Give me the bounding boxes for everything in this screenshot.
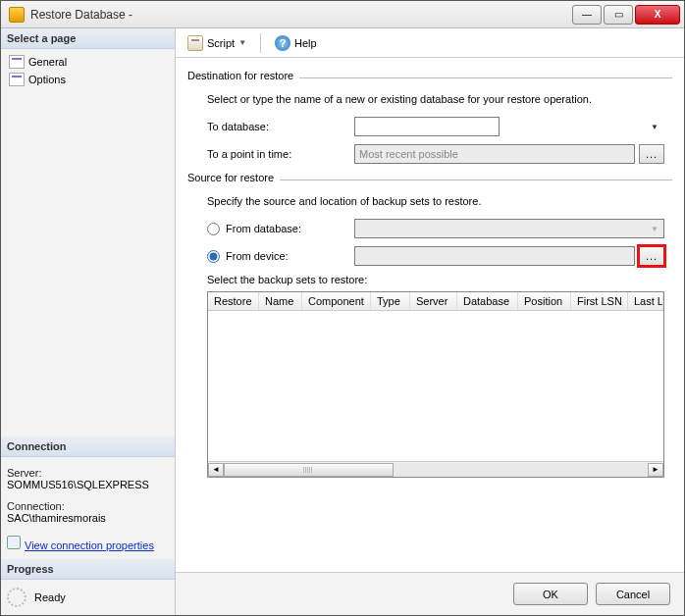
source-description: Specify the source and location of backu… bbox=[207, 195, 664, 207]
progress-status: Ready bbox=[34, 591, 66, 603]
from-device-browse-button[interactable]: ... bbox=[639, 246, 664, 266]
sidebar-item-label: Options bbox=[28, 74, 66, 85]
to-database-label: To database: bbox=[207, 121, 354, 132]
col-server[interactable]: Server bbox=[410, 292, 457, 310]
chevron-down-icon: ▼ bbox=[647, 221, 662, 236]
restore-database-dialog: Restore Database - — ▭ X Select a page G… bbox=[0, 0, 685, 616]
sidebar-item-label: General bbox=[28, 56, 67, 68]
grid-body bbox=[208, 311, 663, 461]
col-last-lsn[interactable]: Last LSN bbox=[628, 292, 663, 310]
cancel-button[interactable]: Cancel bbox=[596, 583, 670, 605]
toolbar: Script ▼ ? Help bbox=[176, 28, 684, 58]
sidebar-item-options[interactable]: Options bbox=[5, 71, 171, 88]
destination-legend: Destination for restore bbox=[187, 70, 293, 81]
connection-value: SAC\thamiresmorais bbox=[7, 512, 169, 524]
sidebar: Select a page General Options Connection… bbox=[1, 28, 176, 615]
scroll-thumb[interactable] bbox=[224, 463, 394, 477]
close-button[interactable]: X bbox=[635, 5, 680, 25]
from-device-field bbox=[354, 246, 635, 266]
page-icon bbox=[9, 55, 25, 69]
properties-icon bbox=[7, 536, 21, 549]
help-label: Help bbox=[294, 37, 317, 49]
database-icon bbox=[9, 7, 25, 23]
chevron-down-icon: ▼ bbox=[238, 38, 246, 47]
col-type[interactable]: Type bbox=[371, 292, 410, 310]
view-connection-properties-link[interactable]: View connection properties bbox=[25, 539, 154, 551]
page-icon bbox=[9, 73, 25, 86]
sidebar-item-general[interactable]: General bbox=[5, 53, 171, 71]
select-page-header: Select a page bbox=[1, 28, 175, 49]
grid-header: Restore Name Component Type Server Datab… bbox=[208, 292, 663, 311]
script-button[interactable]: Script ▼ bbox=[184, 33, 250, 53]
col-database[interactable]: Database bbox=[457, 292, 518, 310]
col-component[interactable]: Component bbox=[302, 292, 371, 310]
col-first-lsn[interactable]: First LSN bbox=[571, 292, 628, 310]
minimize-button[interactable]: — bbox=[572, 5, 602, 25]
script-label: Script bbox=[207, 37, 235, 49]
chevron-down-icon[interactable]: ▼ bbox=[647, 119, 662, 134]
dialog-footer: OK Cancel bbox=[176, 572, 684, 615]
from-device-radio[interactable] bbox=[207, 250, 220, 263]
from-database-radio[interactable] bbox=[207, 223, 220, 235]
script-icon bbox=[187, 35, 203, 51]
window-title: Restore Database - bbox=[30, 8, 572, 22]
maximize-button[interactable]: ▭ bbox=[604, 5, 633, 25]
from-database-combobox bbox=[354, 219, 664, 238]
ok-button[interactable]: OK bbox=[513, 583, 588, 605]
server-value: SOMMUS516\SQLEXPRESS bbox=[7, 479, 169, 490]
col-restore[interactable]: Restore bbox=[208, 292, 259, 310]
titlebar[interactable]: Restore Database - — ▭ X bbox=[1, 1, 684, 28]
col-name[interactable]: Name bbox=[259, 292, 302, 310]
horizontal-scrollbar[interactable]: ◄ ► bbox=[208, 461, 663, 477]
toolbar-separator bbox=[260, 33, 261, 53]
help-button[interactable]: ? Help bbox=[271, 33, 321, 53]
col-position[interactable]: Position bbox=[518, 292, 571, 310]
from-device-label: From device: bbox=[226, 250, 354, 262]
progress-header: Progress bbox=[1, 559, 175, 580]
server-label: Server: bbox=[7, 467, 169, 479]
point-in-time-label: To a point in time: bbox=[207, 148, 354, 160]
backup-sets-grid[interactable]: Restore Name Component Type Server Datab… bbox=[207, 291, 664, 478]
connection-header: Connection bbox=[1, 436, 175, 457]
backup-sets-label: Select the backup sets to restore: bbox=[207, 274, 664, 285]
scroll-left-button[interactable]: ◄ bbox=[208, 463, 224, 477]
source-legend: Source for restore bbox=[187, 172, 274, 183]
scroll-right-button[interactable]: ► bbox=[648, 463, 663, 477]
point-in-time-browse-button[interactable]: ... bbox=[639, 144, 664, 164]
destination-description: Select or type the name of a new or exis… bbox=[207, 93, 664, 105]
to-database-combobox[interactable] bbox=[354, 117, 500, 136]
help-icon: ? bbox=[275, 35, 290, 51]
connection-label: Connection: bbox=[7, 500, 169, 512]
from-database-label: From database: bbox=[226, 223, 354, 234]
progress-spinner-icon bbox=[7, 588, 26, 607]
point-in-time-field bbox=[354, 144, 635, 164]
